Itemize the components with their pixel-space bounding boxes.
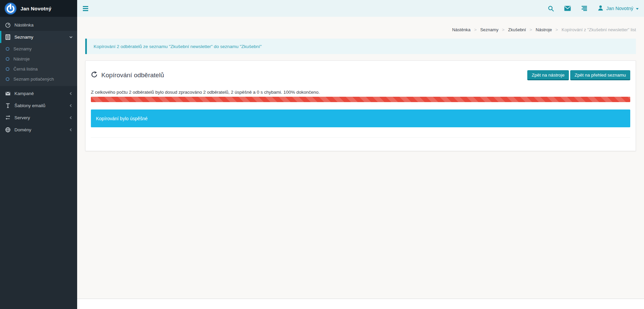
list-icon [5, 34, 11, 40]
breadcrumb-link-lists[interactable]: Seznamy [480, 27, 498, 32]
breadcrumb-current: Kopírování z "Zkušební newsletter" list [561, 27, 636, 32]
card-header: Kopírování odběratelů Zpět na nástroje Z… [91, 70, 630, 80]
sidebar-item-label: Domény [14, 127, 65, 132]
submenu-item-tools[interactable]: Nástroje [0, 54, 77, 64]
submenu-item-suppression-list[interactable]: Seznam potlačených [0, 74, 77, 84]
back-to-list-overview-button[interactable]: Zpět na přehled seznamu [570, 70, 630, 80]
submenu-item-label: Nástroje [13, 56, 30, 61]
circle-icon [6, 47, 9, 51]
user-menu[interactable]: Jan Novotný [598, 5, 639, 12]
topbar: Jan Novotný [77, 0, 644, 17]
sidebar-item-dashboard[interactable]: Nástěnka [0, 19, 77, 31]
main-content: Nástěnka > Seznamy > Zkušební > Nástroje… [77, 17, 644, 299]
messages-icon[interactable] [564, 6, 571, 11]
chevron-down-icon [69, 35, 73, 39]
card-title: Kopírování odběratelů [91, 71, 164, 80]
sidebar-item-email-templates[interactable]: Šablony emailů [0, 99, 77, 112]
breadcrumb-separator: > [502, 27, 505, 32]
circle-icon [6, 57, 9, 61]
chevron-left-icon [69, 116, 73, 120]
progress-bar [91, 97, 630, 102]
copy-subscribers-card: Kopírování odběratelů Zpět na nástroje Z… [85, 60, 636, 151]
brand-user-name: Jan Novotný [20, 6, 51, 11]
copy-redo-icon [91, 71, 98, 80]
chevron-left-icon [69, 92, 73, 95]
back-to-tools-button[interactable]: Zpět na nástroje [527, 70, 569, 80]
search-icon[interactable] [548, 5, 554, 12]
breadcrumb-separator: > [555, 27, 558, 32]
user-icon [598, 5, 603, 12]
submenu-item-lists[interactable]: Seznamy [0, 44, 77, 54]
sidebar-item-campaigns[interactable]: Kampaně [0, 87, 77, 99]
card-title-text: Kopírování odběratelů [101, 72, 164, 79]
sidebar: Jan Novotný Nástěnka Seznamy [0, 0, 77, 309]
breadcrumb-separator: > [474, 27, 477, 32]
circle-icon [6, 77, 9, 81]
dashboard-icon [5, 22, 11, 28]
circle-icon [6, 67, 9, 71]
globe-icon [5, 127, 11, 133]
chevron-left-icon [69, 128, 73, 132]
breadcrumb-link-tools[interactable]: Nástroje [536, 27, 552, 32]
submenu-item-blacklist[interactable]: Černá listina [0, 64, 77, 74]
logs-icon[interactable] [581, 6, 588, 11]
header-buttons: Zpět na nástroje Zpět na přehled seznamu [527, 70, 630, 80]
sidebar-item-domains[interactable]: Domény [0, 124, 77, 136]
sidebar-item-label: Seznamy [14, 35, 65, 40]
submenu-item-label: Seznam potlačených [13, 77, 54, 82]
sidebar-item-label: Nástěnka [14, 23, 73, 28]
sidebar-item-label: Kampaně [14, 91, 65, 96]
card-divider [91, 137, 630, 138]
envelope-icon [5, 91, 11, 96]
breadcrumb-link-test-list[interactable]: Zkušební [508, 27, 526, 32]
sidebar-item-label: Servery [14, 115, 65, 120]
info-alert: Kopírování 2 odběratelů ze seznamu "Zkuš… [85, 39, 636, 54]
progress-status-text: Z celkového počtu 2 odběratelů bylo dosu… [91, 90, 630, 95]
text-icon [5, 103, 11, 108]
sidebar-toggle-button[interactable] [83, 6, 88, 11]
submenu-item-label: Černá listina [13, 67, 38, 72]
sidebar-item-lists[interactable]: Seznamy [0, 31, 77, 43]
chevron-left-icon [69, 104, 73, 107]
lists-submenu: Seznamy Nástroje Černá listina Seznam po… [0, 43, 77, 86]
breadcrumb-separator: > [530, 27, 532, 32]
breadcrumb: Nástěnka > Seznamy > Zkušební > Nástroje… [85, 27, 636, 32]
sidebar-item-label: Šablony emailů [14, 103, 65, 108]
app-logo-icon [4, 2, 17, 15]
brand-header[interactable]: Jan Novotný [0, 0, 77, 17]
success-alert: Kopírování bylo úspěšné [91, 109, 630, 127]
sidebar-item-servers[interactable]: Servery [0, 112, 77, 124]
exchange-arrows-icon [5, 115, 11, 121]
page-footer [77, 299, 644, 309]
breadcrumb-link-dashboard[interactable]: Nástěnka [452, 27, 471, 32]
caret-down-icon [636, 8, 639, 10]
submenu-item-label: Seznamy [13, 46, 32, 51]
topbar-user-name: Jan Novotný [606, 6, 633, 11]
progress-fill [91, 97, 630, 102]
